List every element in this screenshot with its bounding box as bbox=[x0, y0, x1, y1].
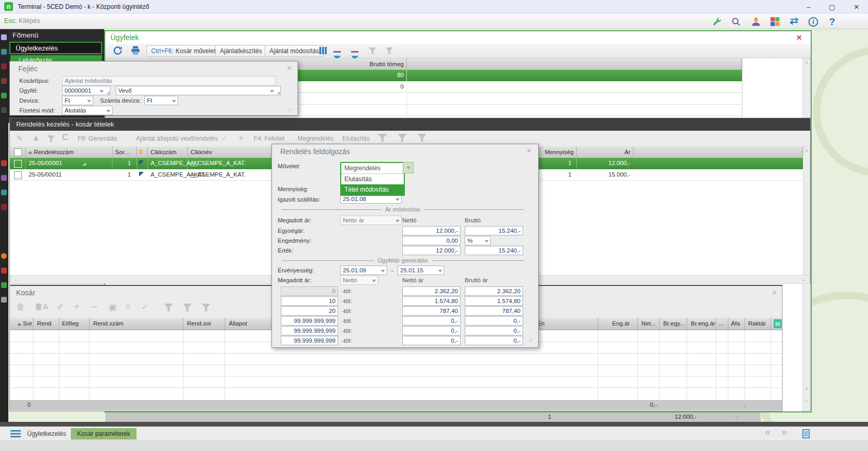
strip-icon[interactable] bbox=[1, 160, 7, 166]
tier-net-field[interactable]: 0,- bbox=[402, 316, 461, 325]
column-header-afa[interactable]: Áfa bbox=[731, 320, 740, 327]
tier-qty-field[interactable]: 99.999.999,999 bbox=[281, 326, 338, 335]
operation-combo-button[interactable] bbox=[403, 162, 414, 173]
columns-icon[interactable] bbox=[319, 46, 327, 55]
customer-code-combo[interactable]: 00000001 ◢ bbox=[62, 86, 110, 95]
minimize-button[interactable]: – bbox=[801, 1, 816, 12]
strip-icon[interactable] bbox=[1, 78, 7, 84]
column-header-rend[interactable]: Rend bbox=[37, 320, 52, 327]
filter-clear-icon-disabled[interactable] bbox=[398, 134, 407, 144]
column-header-raktar[interactable]: Raktár bbox=[748, 320, 766, 327]
validity-from-combo[interactable]: 25.01.09 bbox=[340, 266, 387, 275]
help-icon[interactable]: ? bbox=[824, 15, 840, 28]
column-header-m[interactable]: M bbox=[774, 319, 782, 328]
up-arrow-icon[interactable]: ▲ bbox=[32, 133, 40, 143]
tier-gross-field[interactable]: 2.362,20 bbox=[465, 286, 523, 296]
esc-exit-menu-item[interactable]: Esc: Kilépés bbox=[4, 17, 40, 24]
tier-qty-field[interactable]: 10 bbox=[281, 296, 338, 306]
tier-qty-field[interactable]: 0 bbox=[281, 286, 338, 296]
generate-button[interactable]: F9: Generálás bbox=[78, 135, 117, 142]
refresh-icon[interactable] bbox=[113, 45, 123, 56]
refresh-icon-disabled[interactable]: C bbox=[62, 133, 68, 142]
stamp-icon[interactable]: ✎ bbox=[16, 133, 23, 143]
user-icon[interactable] bbox=[748, 15, 764, 28]
column-header-rendszam[interactable]: Rend.szám bbox=[93, 320, 123, 327]
menu-lines-icon[interactable]: ≡ bbox=[126, 302, 130, 311]
column-header-more[interactable]: ... bbox=[719, 320, 724, 327]
statusbar-tab-kosar-parameterek[interactable]: Kosár paraméterek bbox=[71, 428, 137, 440]
column-header-order-no[interactable]: Rendelésszám bbox=[26, 146, 113, 158]
box-options-icon[interactable]: ▣ bbox=[109, 302, 117, 312]
value-gross-field[interactable]: 15.240,- bbox=[465, 246, 523, 255]
customers-panel-close-icon[interactable]: ✕ bbox=[796, 33, 802, 42]
scroll-down-icon[interactable]: ˅ bbox=[803, 385, 810, 392]
column-header-brengar[interactable]: Br.eng.ár bbox=[691, 320, 715, 327]
value-net-field[interactable]: 12.000,- bbox=[402, 246, 461, 255]
tier-net-field[interactable]: 2.362,20 bbox=[402, 286, 461, 296]
unit-price-gross-field[interactable]: 15.240,- bbox=[465, 226, 523, 235]
column-header-net[interactable]: Net... bbox=[641, 320, 655, 327]
add-entry-button[interactable]: F4: Felvitel bbox=[254, 135, 284, 142]
column-header-bregy[interactable]: Br.egy... bbox=[663, 320, 685, 327]
tier-net-field[interactable]: 0,- bbox=[402, 326, 461, 335]
print-icon[interactable] bbox=[130, 45, 141, 56]
transfer-arrows-icon[interactable] bbox=[787, 15, 802, 28]
filter-add-icon[interactable] bbox=[386, 47, 393, 56]
filter-icon-disabled[interactable] bbox=[378, 134, 387, 144]
process-dialog-close-icon[interactable]: ✕ bbox=[526, 147, 532, 155]
tier-qty-field[interactable]: 99.999.999,999 bbox=[281, 336, 338, 345]
offer-create-button[interactable]: Ajánlatkészítés bbox=[215, 45, 267, 57]
hamburger-menu-icon[interactable] bbox=[10, 430, 21, 437]
row-checkbox[interactable] bbox=[14, 171, 22, 179]
column-header-rendsor[interactable]: Rend.sor bbox=[187, 320, 212, 327]
add-icon[interactable]: + bbox=[238, 132, 244, 144]
tier-gross-field[interactable]: 0,- bbox=[465, 326, 523, 335]
check-icon[interactable]: ✓ bbox=[141, 302, 148, 312]
add-icon[interactable]: + bbox=[73, 300, 80, 313]
search-icon[interactable] bbox=[728, 15, 744, 28]
filter-add-icon-disabled[interactable] bbox=[202, 304, 210, 314]
strip-icon[interactable] bbox=[1, 204, 7, 210]
validity-to-combo[interactable]: 25.01.15 bbox=[398, 266, 444, 275]
strip-icon[interactable] bbox=[1, 268, 7, 273]
document-icon[interactable] bbox=[802, 429, 810, 439]
tier-gross-field[interactable]: 787,40 bbox=[465, 306, 523, 316]
scroll-down-icon[interactable]: ˅ bbox=[733, 414, 740, 421]
discount-unit-combo[interactable]: % bbox=[465, 236, 491, 245]
offer-status-toggle[interactable]: Ajánlat állapotú vevőrendelés ✓ bbox=[136, 135, 227, 142]
unit-price-net-field[interactable]: 12.000,- bbox=[402, 226, 461, 235]
tier-qty-field[interactable]: 20 bbox=[281, 306, 338, 316]
column-header-empty[interactable] bbox=[407, 58, 742, 70]
column-header-engar[interactable]: Eng.ár bbox=[612, 320, 630, 327]
customer-type-combo[interactable]: Vevő ◢ bbox=[116, 86, 281, 95]
column-header-f[interactable]: F bbox=[137, 146, 148, 158]
scroll-up-icon[interactable]: ˄ bbox=[803, 59, 810, 66]
tier-gross-field[interactable]: 0,- bbox=[465, 316, 523, 325]
payment-combo[interactable]: Átutalás bbox=[62, 106, 113, 115]
column-header-eloleg[interactable]: Előleg bbox=[62, 320, 79, 327]
filter-add-icon-disabled[interactable] bbox=[417, 134, 427, 144]
given-price-combo[interactable]: Netto ár bbox=[340, 216, 402, 225]
strip-icon[interactable] bbox=[1, 190, 7, 195]
reject-button[interactable]: Elutasítás bbox=[342, 135, 370, 142]
dropdown-option-megrendeles[interactable]: Megrendelés bbox=[341, 163, 404, 174]
order-vertical-scrollbar[interactable]: ˄ bbox=[803, 146, 810, 275]
remove-icon[interactable]: − bbox=[91, 300, 97, 313]
given-price2-combo[interactable]: Nettó bbox=[340, 275, 378, 285]
column-header-qty[interactable]: Mennyiség bbox=[533, 146, 577, 158]
order-button[interactable]: Megrendelés bbox=[297, 135, 333, 142]
column-header-sor[interactable]: Sor bbox=[17, 320, 32, 327]
strip-icon[interactable] bbox=[1, 34, 7, 40]
header-dialog-close-icon[interactable]: ✕ bbox=[287, 64, 292, 72]
delete-icon[interactable]: 🗑 bbox=[16, 302, 25, 312]
basket-panel-close-icon[interactable]: ✕ bbox=[772, 289, 777, 297]
edit-pencil-icon[interactable]: ✐ bbox=[57, 302, 64, 312]
tools-wrench-icon[interactable] bbox=[709, 15, 725, 28]
confirm-check-icon[interactable]: ✓ bbox=[803, 397, 810, 405]
scroll-left-icon[interactable]: ‹ bbox=[13, 276, 20, 283]
row-checkbox[interactable] bbox=[14, 160, 22, 168]
confirm-check-icon[interactable]: ✓ bbox=[288, 105, 293, 113]
tier-qty-field[interactable]: 99.999.999,999 bbox=[281, 316, 338, 325]
currency-combo[interactable]: Ft bbox=[62, 96, 93, 105]
apps-grid-icon[interactable] bbox=[767, 15, 783, 28]
